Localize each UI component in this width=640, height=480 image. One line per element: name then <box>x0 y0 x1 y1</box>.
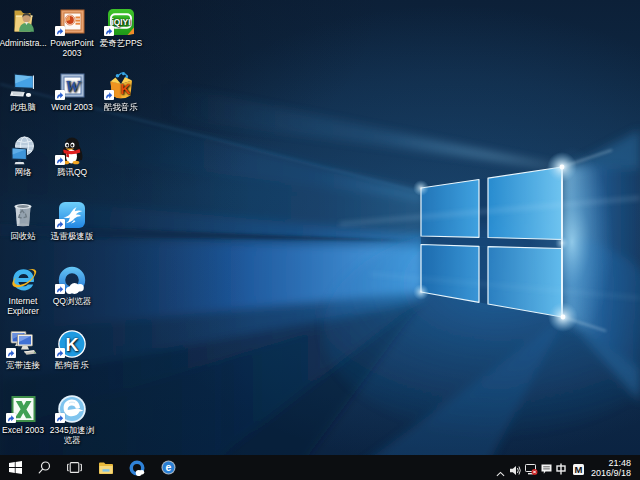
svg-text:iQIYI: iQIYI <box>111 17 130 27</box>
svg-text:K: K <box>120 81 130 97</box>
svg-text:W: W <box>65 77 82 96</box>
svg-text:K: K <box>66 335 79 355</box>
